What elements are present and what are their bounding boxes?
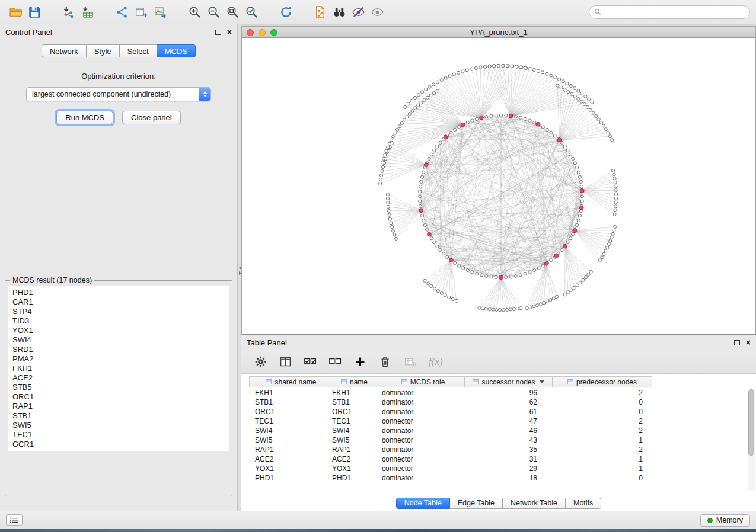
ring-node[interactable] <box>495 275 497 278</box>
ring-node[interactable] <box>576 223 579 226</box>
leaf-node[interactable] <box>516 307 519 310</box>
leaf-node[interactable] <box>502 64 505 67</box>
function-builder-button[interactable]: f(x) <box>429 356 443 368</box>
select-all-button[interactable] <box>304 355 317 368</box>
network-window-titlebar[interactable]: YPA_prune.txt_1 <box>241 26 756 38</box>
ring-node[interactable] <box>505 275 508 278</box>
ring-node[interactable] <box>541 126 544 129</box>
ring-node[interactable] <box>519 116 522 119</box>
leaf-node[interactable] <box>607 132 610 134</box>
leaf-node[interactable] <box>519 66 522 69</box>
table-row[interactable]: STB1STB1dominator620 <box>249 398 756 407</box>
leaf-node[interactable] <box>440 291 443 294</box>
leaf-node[interactable] <box>587 273 590 276</box>
leaf-node[interactable] <box>552 297 555 300</box>
leaf-node[interactable] <box>570 92 573 95</box>
delete-column-button[interactable] <box>379 355 391 368</box>
ring-node[interactable] <box>550 131 553 134</box>
ring-node[interactable] <box>537 267 540 270</box>
ring-node[interactable] <box>533 121 536 124</box>
leaf-node[interactable] <box>387 201 390 204</box>
leaf-node[interactable] <box>474 66 477 69</box>
leaf-node[interactable] <box>387 205 390 208</box>
leaf-node[interactable] <box>448 296 451 299</box>
ring-node[interactable] <box>480 274 483 277</box>
leaf-node[interactable] <box>408 113 411 116</box>
leaf-node[interactable] <box>583 102 586 105</box>
leaf-node[interactable] <box>484 307 487 310</box>
leaf-node[interactable] <box>604 249 607 252</box>
leaf-node[interactable] <box>502 308 505 311</box>
leaf-node[interactable] <box>426 282 429 285</box>
mcds-hub-node[interactable] <box>449 258 453 262</box>
ring-node[interactable] <box>577 171 580 174</box>
ring-node[interactable] <box>419 204 422 207</box>
mcds-hub-node[interactable] <box>579 206 583 210</box>
leaf-node[interactable] <box>470 68 473 70</box>
mcds-hub-node[interactable] <box>499 275 503 280</box>
leaf-node[interactable] <box>398 125 401 128</box>
ring-node[interactable] <box>423 223 426 226</box>
delete-table-button[interactable] <box>404 355 416 368</box>
column-header-shared-name[interactable]: shared name <box>249 376 327 387</box>
ring-node[interactable] <box>509 275 512 278</box>
leaf-node[interactable] <box>532 305 535 307</box>
ring-node[interactable] <box>476 272 479 275</box>
leaf-node[interactable] <box>556 295 559 298</box>
ring-node[interactable] <box>528 119 531 122</box>
leaf-node[interactable] <box>382 165 385 168</box>
mcds-result-item[interactable]: FKH1 <box>8 364 229 373</box>
leaf-node[interactable] <box>541 71 544 74</box>
ring-node[interactable] <box>419 200 422 203</box>
save-session-button[interactable] <box>25 3 44 21</box>
leaf-node[interactable] <box>379 178 382 181</box>
leaf-node[interactable] <box>598 259 601 262</box>
close-panel-icon[interactable]: × <box>227 28 232 36</box>
leaf-node[interactable] <box>614 201 617 204</box>
leaf-node[interactable] <box>400 121 403 124</box>
mcds-hub-node[interactable] <box>425 163 429 167</box>
leaf-node[interactable] <box>413 96 416 99</box>
leaf-node[interactable] <box>488 65 491 68</box>
tab-select[interactable]: Select <box>120 44 157 57</box>
zoom-selected-button[interactable] <box>242 3 261 21</box>
leaf-node[interactable] <box>515 65 518 68</box>
leaf-node[interactable] <box>546 300 548 303</box>
leaf-node[interactable] <box>524 66 527 69</box>
leaf-node[interactable] <box>573 286 576 289</box>
leaf-node[interactable] <box>614 189 617 192</box>
ring-node[interactable] <box>442 252 445 255</box>
mcds-hub-node[interactable] <box>536 122 540 126</box>
leaf-node[interactable] <box>528 68 531 70</box>
show-panels-button[interactable] <box>6 514 23 526</box>
network-graph[interactable] <box>242 38 755 334</box>
ring-node[interactable] <box>420 180 423 183</box>
leaf-node[interactable] <box>613 177 616 180</box>
minimize-window-icon[interactable] <box>259 29 266 36</box>
leaf-node[interactable] <box>461 70 464 73</box>
ring-node[interactable] <box>420 175 423 178</box>
leaf-node[interactable] <box>386 193 389 196</box>
refresh-button[interactable] <box>276 3 295 21</box>
leaf-node[interactable] <box>586 105 589 108</box>
ring-node[interactable] <box>446 255 449 258</box>
leaf-node[interactable] <box>563 88 566 91</box>
criterion-select[interactable]: largest connected component (undirected) <box>26 87 211 101</box>
ring-node[interactable] <box>560 248 563 251</box>
ring-node[interactable] <box>466 269 469 272</box>
leaf-node[interactable] <box>570 289 573 291</box>
leaf-node[interactable] <box>406 116 409 118</box>
ring-node[interactable] <box>490 275 493 278</box>
leaf-node[interactable] <box>532 68 535 71</box>
leaf-node[interactable] <box>573 86 576 89</box>
leaf-node[interactable] <box>429 94 432 97</box>
ring-node[interactable] <box>419 190 422 193</box>
leaf-node[interactable] <box>394 132 397 134</box>
leaf-node[interactable] <box>386 197 389 200</box>
leaf-node[interactable] <box>492 308 495 311</box>
ring-node[interactable] <box>439 141 442 144</box>
leaf-node[interactable] <box>430 284 433 287</box>
column-header-name[interactable]: name <box>327 376 377 387</box>
ring-node[interactable] <box>579 180 582 183</box>
leaf-node[interactable] <box>560 86 563 89</box>
